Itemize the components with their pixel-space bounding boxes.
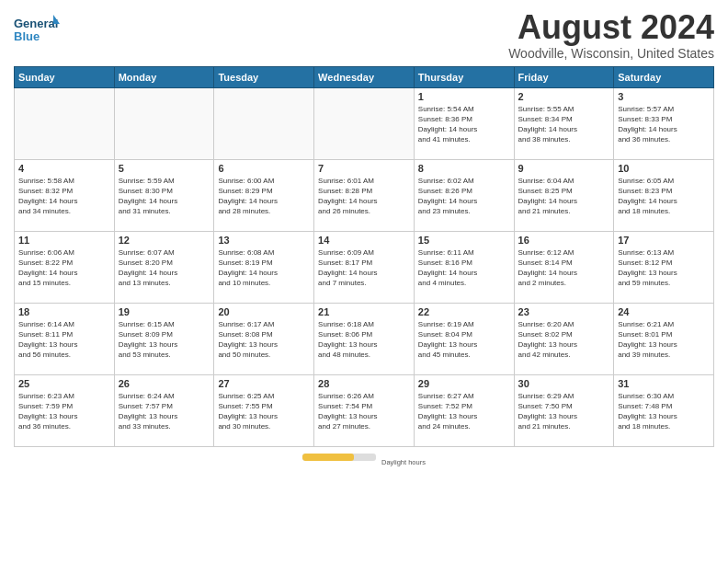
cell-info: Sunrise: 6:30 AM Sunset: 7:48 PM Dayligh… bbox=[618, 391, 710, 432]
calendar-cell: 1Sunrise: 5:54 AM Sunset: 8:36 PM Daylig… bbox=[414, 87, 514, 159]
calendar-cell bbox=[114, 87, 214, 159]
day-number: 7 bbox=[318, 163, 410, 174]
calendar-cell: 13Sunrise: 6:08 AM Sunset: 8:19 PM Dayli… bbox=[214, 231, 314, 303]
day-number: 5 bbox=[119, 163, 210, 174]
calendar-cell: 9Sunrise: 6:04 AM Sunset: 8:25 PM Daylig… bbox=[514, 159, 614, 231]
day-number: 15 bbox=[418, 235, 510, 246]
weekday-friday: Friday bbox=[514, 66, 614, 87]
day-number: 9 bbox=[518, 163, 610, 174]
day-number: 16 bbox=[518, 235, 610, 246]
svg-text:Blue: Blue bbox=[14, 29, 40, 43]
day-number: 8 bbox=[418, 163, 510, 174]
cell-info: Sunrise: 6:11 AM Sunset: 8:16 PM Dayligh… bbox=[418, 247, 510, 289]
cell-info: Sunrise: 6:02 AM Sunset: 8:26 PM Dayligh… bbox=[418, 176, 510, 217]
calendar-cell: 19Sunrise: 6:15 AM Sunset: 8:09 PM Dayli… bbox=[114, 303, 214, 374]
weekday-wednesday: Wednesday bbox=[314, 66, 415, 87]
calendar-cell: 5Sunrise: 5:59 AM Sunset: 8:30 PM Daylig… bbox=[114, 159, 214, 231]
calendar-cell: 26Sunrise: 6:24 AM Sunset: 7:57 PM Dayli… bbox=[114, 374, 214, 446]
month-title: August 2024 bbox=[508, 9, 714, 46]
day-number: 31 bbox=[618, 378, 710, 389]
cell-info: Sunrise: 6:29 AM Sunset: 7:50 PM Dayligh… bbox=[518, 391, 610, 432]
day-number: 26 bbox=[119, 378, 210, 389]
weekday-sunday: Sunday bbox=[15, 66, 115, 87]
cell-info: Sunrise: 5:55 AM Sunset: 8:34 PM Dayligh… bbox=[518, 104, 610, 145]
calendar-cell: 7Sunrise: 6:01 AM Sunset: 8:28 PM Daylig… bbox=[314, 159, 415, 231]
day-number: 30 bbox=[518, 378, 610, 389]
calendar-cell: 18Sunrise: 6:14 AM Sunset: 8:11 PM Dayli… bbox=[15, 303, 115, 374]
calendar-cell: 8Sunrise: 6:02 AM Sunset: 8:26 PM Daylig… bbox=[414, 159, 514, 231]
weekday-tuesday: Tuesday bbox=[214, 66, 314, 87]
cell-info: Sunrise: 6:21 AM Sunset: 8:01 PM Dayligh… bbox=[618, 319, 710, 361]
day-number: 3 bbox=[618, 91, 710, 102]
calendar-cell: 3Sunrise: 5:57 AM Sunset: 8:33 PM Daylig… bbox=[614, 87, 714, 159]
calendar-cell: 22Sunrise: 6:19 AM Sunset: 8:04 PM Dayli… bbox=[414, 303, 514, 374]
title-block: August 2024 Woodville, Wisconsin, United… bbox=[508, 9, 714, 61]
daylight-footer: Daylight hours bbox=[14, 449, 714, 466]
cell-info: Sunrise: 6:05 AM Sunset: 8:23 PM Dayligh… bbox=[618, 176, 710, 217]
calendar-cell: 12Sunrise: 6:07 AM Sunset: 8:20 PM Dayli… bbox=[114, 231, 214, 303]
calendar-cell: 15Sunrise: 6:11 AM Sunset: 8:16 PM Dayli… bbox=[414, 231, 514, 303]
location-title: Woodville, Wisconsin, United States bbox=[508, 46, 714, 61]
day-number: 12 bbox=[119, 235, 210, 246]
logo-svg: General Blue bbox=[14, 13, 60, 46]
day-number: 1 bbox=[418, 91, 510, 102]
cell-info: Sunrise: 6:07 AM Sunset: 8:20 PM Dayligh… bbox=[119, 247, 210, 289]
cell-info: Sunrise: 6:17 AM Sunset: 8:08 PM Dayligh… bbox=[218, 319, 310, 361]
cell-info: Sunrise: 6:14 AM Sunset: 8:11 PM Dayligh… bbox=[18, 319, 110, 361]
cell-info: Sunrise: 5:54 AM Sunset: 8:36 PM Dayligh… bbox=[418, 104, 510, 145]
weekday-saturday: Saturday bbox=[614, 66, 714, 87]
svg-text:General: General bbox=[14, 17, 58, 30]
calendar-cell: 17Sunrise: 6:13 AM Sunset: 8:12 PM Dayli… bbox=[614, 231, 714, 303]
cell-info: Sunrise: 6:13 AM Sunset: 8:12 PM Dayligh… bbox=[618, 247, 710, 289]
weekday-thursday: Thursday bbox=[414, 66, 514, 87]
daylight-bar bbox=[302, 454, 354, 461]
day-number: 6 bbox=[218, 163, 310, 174]
cell-info: Sunrise: 6:12 AM Sunset: 8:14 PM Dayligh… bbox=[518, 247, 610, 289]
cell-info: Sunrise: 6:23 AM Sunset: 7:59 PM Dayligh… bbox=[18, 391, 110, 432]
day-number: 4 bbox=[18, 163, 110, 174]
cell-info: Sunrise: 6:19 AM Sunset: 8:04 PM Dayligh… bbox=[418, 319, 510, 361]
calendar-table: SundayMondayTuesdayWednesdayThursdayFrid… bbox=[14, 66, 714, 447]
day-number: 14 bbox=[318, 235, 410, 246]
calendar-cell: 28Sunrise: 6:26 AM Sunset: 7:54 PM Dayli… bbox=[314, 374, 415, 446]
day-number: 22 bbox=[418, 306, 510, 317]
cell-info: Sunrise: 5:58 AM Sunset: 8:32 PM Dayligh… bbox=[18, 176, 110, 217]
cell-info: Sunrise: 6:27 AM Sunset: 7:52 PM Dayligh… bbox=[418, 391, 510, 432]
main-container: General Blue August 2024 Woodville, Wisc… bbox=[0, 0, 728, 476]
weekday-monday: Monday bbox=[114, 66, 214, 87]
cell-info: Sunrise: 6:25 AM Sunset: 7:55 PM Dayligh… bbox=[218, 391, 310, 432]
calendar-cell: 31Sunrise: 6:30 AM Sunset: 7:48 PM Dayli… bbox=[614, 374, 714, 446]
day-number: 2 bbox=[518, 91, 610, 102]
calendar-cell: 6Sunrise: 6:00 AM Sunset: 8:29 PM Daylig… bbox=[214, 159, 314, 231]
cell-info: Sunrise: 6:04 AM Sunset: 8:25 PM Dayligh… bbox=[518, 176, 610, 217]
calendar-cell: 23Sunrise: 6:20 AM Sunset: 8:02 PM Dayli… bbox=[514, 303, 614, 374]
day-number: 25 bbox=[18, 378, 110, 389]
logo: General Blue bbox=[14, 13, 60, 46]
cell-info: Sunrise: 6:00 AM Sunset: 8:29 PM Dayligh… bbox=[218, 176, 310, 217]
cell-info: Sunrise: 6:06 AM Sunset: 8:22 PM Dayligh… bbox=[18, 247, 110, 289]
day-number: 17 bbox=[618, 235, 710, 246]
cell-info: Sunrise: 5:59 AM Sunset: 8:30 PM Dayligh… bbox=[119, 176, 210, 217]
cell-info: Sunrise: 6:18 AM Sunset: 8:06 PM Dayligh… bbox=[318, 319, 410, 361]
calendar-cell: 21Sunrise: 6:18 AM Sunset: 8:06 PM Dayli… bbox=[314, 303, 415, 374]
cell-info: Sunrise: 5:57 AM Sunset: 8:33 PM Dayligh… bbox=[618, 104, 710, 145]
cell-info: Sunrise: 6:01 AM Sunset: 8:28 PM Dayligh… bbox=[318, 176, 410, 217]
week-row-1: 4Sunrise: 5:58 AM Sunset: 8:32 PM Daylig… bbox=[15, 159, 714, 231]
cell-info: Sunrise: 6:24 AM Sunset: 7:57 PM Dayligh… bbox=[119, 391, 210, 432]
calendar-cell bbox=[15, 87, 115, 159]
cell-info: Sunrise: 6:08 AM Sunset: 8:19 PM Dayligh… bbox=[218, 247, 310, 289]
week-row-4: 25Sunrise: 6:23 AM Sunset: 7:59 PM Dayli… bbox=[15, 374, 714, 446]
day-number: 11 bbox=[18, 235, 110, 246]
cell-info: Sunrise: 6:26 AM Sunset: 7:54 PM Dayligh… bbox=[318, 391, 410, 432]
day-number: 21 bbox=[318, 306, 410, 317]
day-number: 27 bbox=[218, 378, 310, 389]
calendar-cell: 20Sunrise: 6:17 AM Sunset: 8:08 PM Dayli… bbox=[214, 303, 314, 374]
week-row-0: 1Sunrise: 5:54 AM Sunset: 8:36 PM Daylig… bbox=[15, 87, 714, 159]
header: General Blue August 2024 Woodville, Wisc… bbox=[14, 9, 714, 61]
calendar-cell: 25Sunrise: 6:23 AM Sunset: 7:59 PM Dayli… bbox=[15, 374, 115, 446]
daylight-bar-container bbox=[302, 454, 376, 461]
cell-info: Sunrise: 6:15 AM Sunset: 8:09 PM Dayligh… bbox=[119, 319, 210, 361]
calendar-cell bbox=[314, 87, 415, 159]
weekday-header-row: SundayMondayTuesdayWednesdayThursdayFrid… bbox=[15, 66, 714, 87]
calendar-cell: 10Sunrise: 6:05 AM Sunset: 8:23 PM Dayli… bbox=[614, 159, 714, 231]
